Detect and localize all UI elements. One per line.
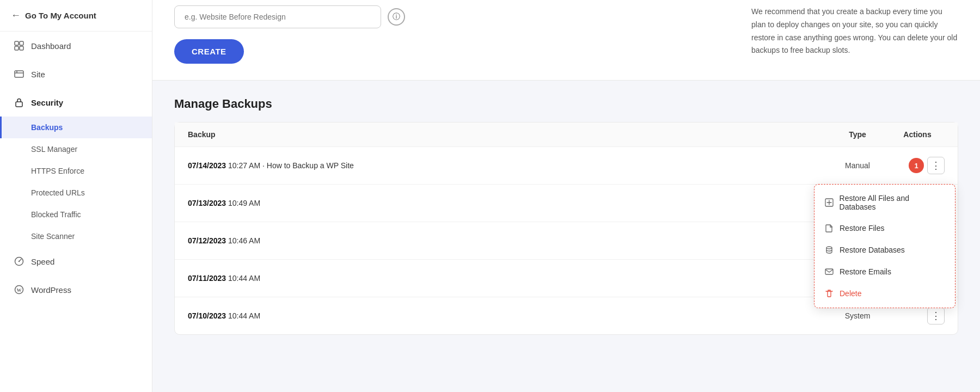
svg-point-9 <box>19 261 20 262</box>
backups-table: Backup Type Actions 07/14/2023 10:27 AM … <box>174 122 958 335</box>
sidebar-item-wordpress-label: WordPress <box>31 285 71 295</box>
row5-actions: ⋮ <box>890 307 945 324</box>
wordpress-icon: W <box>14 284 24 295</box>
blocked-traffic-label: Blocked Traffic <box>31 210 81 219</box>
grid-icon <box>14 40 24 51</box>
https-enforce-label: HTTPS Enforce <box>31 167 84 175</box>
sidebar-item-security[interactable]: Security <box>0 88 152 117</box>
row1-actions: 1 ⋮ Restore All Files and Databases <box>890 157 945 174</box>
restore-files-icon <box>824 223 834 233</box>
backup-date: 07/12/2023 10:46 AM <box>188 236 260 245</box>
sidebar-item-dashboard-label: Dashboard <box>31 41 71 51</box>
backup-date: 07/13/2023 10:49 AM <box>188 199 260 207</box>
backups-label: Backups <box>31 123 63 132</box>
sidebar-item-security-label: Security <box>31 98 63 107</box>
sidebar-item-speed-label: Speed <box>31 257 54 266</box>
lock-icon <box>14 97 24 108</box>
site-scanner-label: Site Scanner <box>31 232 75 241</box>
sidebar-sub-item-site-scanner[interactable]: Site Scanner <box>0 225 152 247</box>
svg-rect-4 <box>15 71 23 77</box>
info-icon-btn[interactable]: ⓘ <box>388 8 405 26</box>
sidebar-sub-item-backups[interactable]: Backups <box>0 117 152 138</box>
back-label: Go To My Account <box>25 11 96 20</box>
restore-emails-label: Restore Emails <box>840 267 891 276</box>
restore-db-icon <box>824 245 834 255</box>
table-header: Backup Type Actions <box>175 122 958 147</box>
backup-type: Manual <box>825 161 890 170</box>
sidebar-item-speed[interactable]: Speed <box>0 247 152 275</box>
info-icon: ⓘ <box>393 12 400 22</box>
dropdown-menu: Restore All Files and Databases Restore … <box>814 184 955 308</box>
col-header-backup: Backup <box>188 130 825 139</box>
svg-rect-3 <box>20 46 23 50</box>
restore-all-item[interactable]: Restore All Files and Databases <box>814 188 955 217</box>
sidebar-sub-item-protected-urls[interactable]: Protected URLs <box>0 182 152 204</box>
sidebar: ← Go To My Account Dashboard Site <box>0 0 152 392</box>
svg-text:W: W <box>17 287 22 293</box>
restore-databases-item[interactable]: Restore Databases <box>814 239 955 261</box>
svg-point-13 <box>826 247 832 249</box>
restore-files-label: Restore Files <box>840 224 884 232</box>
restore-all-label: Restore All Files and Databases <box>840 194 945 211</box>
row5-more-button[interactable]: ⋮ <box>927 307 945 324</box>
backup-type: System <box>825 311 890 320</box>
go-to-my-account[interactable]: ← Go To My Account <box>0 0 152 32</box>
site-icon <box>14 69 24 79</box>
backup-date: 07/10/2023 10:44 AM <box>188 311 260 320</box>
sidebar-item-site[interactable]: Site <box>0 60 152 88</box>
back-arrow-icon: ← <box>11 10 21 21</box>
info-text: We recommend that you create a backup ev… <box>751 5 958 57</box>
manage-backups-title: Manage Backups <box>174 97 958 111</box>
svg-rect-1 <box>20 41 23 45</box>
restore-email-icon <box>824 267 834 277</box>
row1-more-button[interactable]: ⋮ <box>927 157 945 174</box>
speed-icon <box>14 256 24 267</box>
sidebar-item-wordpress[interactable]: W WordPress <box>0 275 152 304</box>
ssl-manager-label: SSL Manager <box>31 145 77 154</box>
sidebar-sub-item-https-enforce[interactable]: HTTPS Enforce <box>0 160 152 182</box>
manage-backups-section: Manage Backups Backup Type Actions 07/14… <box>152 81 980 351</box>
svg-rect-2 <box>15 46 19 50</box>
restore-files-item[interactable]: Restore Files <box>814 217 955 239</box>
restore-all-icon <box>824 198 834 207</box>
sidebar-item-site-label: Site <box>31 70 45 79</box>
col-header-actions: Actions <box>890 130 945 139</box>
trash-icon <box>824 289 834 298</box>
table-row: 07/14/2023 10:27 AM · How to Backup a WP… <box>175 147 958 185</box>
svg-rect-7 <box>16 102 22 107</box>
badge-1: 1 <box>909 158 924 173</box>
backup-name-input[interactable] <box>174 5 381 28</box>
svg-rect-14 <box>825 269 833 274</box>
protected-urls-label: Protected URLs <box>31 188 85 197</box>
restore-databases-label: Restore Databases <box>840 246 905 254</box>
create-button[interactable]: CREATE <box>174 39 244 64</box>
sidebar-item-dashboard[interactable]: Dashboard <box>0 32 152 60</box>
delete-item[interactable]: Delete <box>814 283 955 304</box>
col-header-type: Type <box>825 130 890 139</box>
restore-emails-item[interactable]: Restore Emails <box>814 261 955 283</box>
sidebar-sub-item-blocked-traffic[interactable]: Blocked Traffic <box>0 204 152 225</box>
backup-date: 07/14/2023 10:27 AM · How to Backup a WP… <box>188 161 354 170</box>
top-section: ⓘ CREATE We recommend that you create a … <box>152 0 980 81</box>
main-content: ⓘ CREATE We recommend that you create a … <box>152 0 980 392</box>
backup-date: 07/11/2023 10:44 AM <box>188 274 260 283</box>
delete-label: Delete <box>840 289 861 298</box>
svg-rect-0 <box>15 41 19 45</box>
sidebar-sub-item-ssl-manager[interactable]: SSL Manager <box>0 138 152 160</box>
